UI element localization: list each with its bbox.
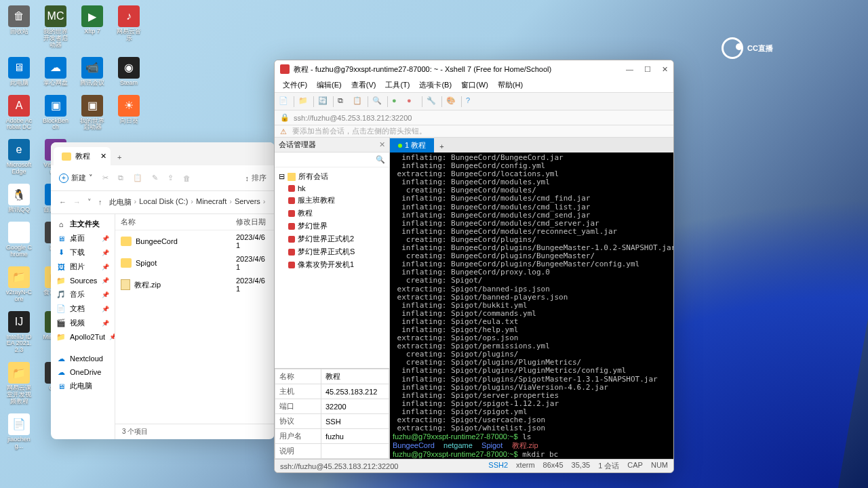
session-item[interactable]: 梦幻世界正式机S bbox=[276, 245, 388, 258]
desktop-icon[interactable]: 📁网易云课堂开发视频教程 bbox=[5, 362, 33, 405]
desktop-icon[interactable]: IJIntelliJ IDEA 2021.2.3 bbox=[5, 311, 33, 354]
help-icon[interactable]: ? bbox=[466, 96, 477, 107]
menu-item[interactable]: 选项卡(B) bbox=[415, 79, 456, 92]
desktop-icon[interactable]: AAdobe Acrobat DC bbox=[5, 95, 33, 131]
forward-button[interactable]: → bbox=[72, 197, 82, 208]
terminal-tab[interactable]: 1 教程 bbox=[390, 138, 434, 152]
desktop-icon[interactable]: 📹腾讯会议 bbox=[79, 57, 106, 87]
paste-icon[interactable]: 📋 bbox=[353, 96, 363, 107]
sidebar-item[interactable]: 🎬视频📌 bbox=[52, 316, 113, 330]
sidebar-item[interactable]: ☁OneDrive bbox=[52, 365, 113, 379]
desktop-icon[interactable]: ▣BlockBench bbox=[42, 95, 69, 131]
find-icon[interactable]: 🔍 bbox=[372, 96, 383, 107]
open-icon[interactable]: 📁 bbox=[298, 96, 309, 107]
reconnect-icon[interactable]: 🔄 bbox=[318, 96, 329, 107]
sidebar-item[interactable]: 📁Apollo2Tut📌 bbox=[52, 330, 113, 344]
paste-icon[interactable]: 📋 bbox=[133, 174, 142, 182]
session-item[interactable]: 梦幻世界 bbox=[276, 220, 388, 232]
color-icon[interactable]: 🎨 bbox=[446, 96, 457, 107]
delete-icon[interactable]: 🗑 bbox=[183, 174, 191, 182]
back-button[interactable]: ← bbox=[58, 197, 68, 208]
desktop-icon[interactable]: 🖥此电脑 bbox=[5, 57, 33, 87]
session-search[interactable]: 🔍 bbox=[275, 152, 389, 167]
desktop-icon[interactable]: 🐧腾讯QQ bbox=[5, 184, 33, 214]
panel-close-icon[interactable]: ✕ bbox=[379, 140, 385, 149]
col-date[interactable]: 修改日期 bbox=[236, 217, 266, 227]
copy-icon[interactable]: ⧉ bbox=[338, 96, 349, 107]
terminal[interactable]: inflating: BungeeCord/BungeeCord.jar inf… bbox=[390, 152, 673, 459]
menu-item[interactable]: 帮助(H) bbox=[494, 79, 527, 92]
sidebar-item[interactable]: 🖥此电脑 bbox=[52, 379, 113, 393]
minimize-button[interactable]: — bbox=[626, 65, 633, 74]
file-row[interactable]: Spigot2023/4/6 1 bbox=[115, 252, 275, 274]
folder-icon bbox=[62, 152, 71, 161]
sidebar-item[interactable]: 🎵音乐📌 bbox=[52, 287, 113, 302]
session-item[interactable]: 服主班教程 bbox=[276, 194, 388, 207]
explorer-tab[interactable]: 教程 ✕ bbox=[54, 147, 111, 165]
sidebar-item[interactable]: 🖥桌面📌 bbox=[52, 231, 113, 245]
disconnect-icon[interactable]: ● bbox=[407, 96, 418, 107]
prop-value bbox=[321, 444, 389, 459]
sidebar-item[interactable]: ☁Nextcloud bbox=[52, 352, 113, 365]
desktop-icon[interactable]: ☁掌心网盘 bbox=[42, 57, 69, 87]
desktop-icon[interactable]: ◉Steam bbox=[115, 57, 142, 87]
status-segment: CAP bbox=[627, 461, 643, 471]
menu-item[interactable]: 查看(V) bbox=[347, 79, 380, 92]
breadcrumb-item[interactable]: Servers bbox=[235, 197, 260, 207]
sidebar-item[interactable]: 📁Sources📌 bbox=[52, 274, 113, 287]
file-row[interactable]: BungeeCord2023/4/6 1 bbox=[115, 230, 275, 252]
session-item[interactable]: 教程 bbox=[276, 207, 388, 220]
sidebar-item[interactable]: ⬇下载📌 bbox=[52, 245, 113, 260]
properties-icon[interactable]: 🔧 bbox=[427, 96, 437, 107]
desktop-icon[interactable]: ◉Google Chrome bbox=[5, 222, 33, 258]
sidebar-item[interactable]: 📄文档📌 bbox=[52, 302, 113, 316]
menu-item[interactable]: 窗口(W) bbox=[457, 79, 492, 92]
column-headers[interactable]: 名称 修改日期 bbox=[115, 214, 275, 230]
titlebar[interactable]: 教程 - fuzhu@g79xxspt-runtime27-87000: ~ -… bbox=[275, 60, 673, 78]
desktop-icon[interactable]: 📁v2rayN-Core bbox=[5, 266, 33, 303]
breadcrumb-item[interactable]: 此电脑 bbox=[109, 197, 132, 207]
menu-item[interactable]: 编辑(E) bbox=[313, 79, 346, 92]
copy-icon[interactable]: ⧉ bbox=[118, 174, 123, 182]
up-button[interactable]: ˅ bbox=[86, 197, 93, 208]
session-item[interactable]: hk bbox=[276, 183, 388, 194]
desktop-icon[interactable]: eMicrosoft Edge bbox=[5, 139, 33, 176]
rename-icon[interactable]: ✎ bbox=[152, 174, 158, 182]
maximize-button[interactable]: ☐ bbox=[644, 65, 651, 74]
desktop-icon[interactable]: ♪网易云音乐 bbox=[115, 5, 142, 49]
menu-item[interactable]: 工具(T) bbox=[381, 79, 414, 92]
sort-button[interactable]: ↕ 排序 bbox=[245, 173, 267, 183]
desktop-icon[interactable]: ☀向日葵 bbox=[115, 95, 142, 131]
desktop-icon[interactable]: MC我的世界开发者启动器 bbox=[42, 5, 69, 49]
session-item[interactable]: 像素攻势开发机1 bbox=[276, 258, 388, 271]
new-session-icon[interactable]: 📄 bbox=[279, 96, 290, 107]
property-row: 主机45.253.183.212 bbox=[275, 384, 389, 399]
desktop-icon[interactable]: ▶Xftp 7 bbox=[79, 5, 106, 49]
sidebar-item[interactable]: 🖼图片📌 bbox=[52, 260, 113, 274]
share-icon[interactable]: ⇪ bbox=[167, 174, 174, 182]
app-icon: e bbox=[8, 139, 30, 161]
menu-item[interactable]: 文件(F) bbox=[279, 79, 311, 92]
col-name[interactable]: 名称 bbox=[121, 217, 236, 227]
sidebar-icon: 🎬 bbox=[56, 319, 66, 328]
address-bar[interactable]: 🔒 ssh://fuzhu@45.253.183.212:32200 bbox=[275, 110, 673, 125]
new-tab-button[interactable]: + bbox=[111, 149, 128, 165]
new-button[interactable]: + 新建 ˅ bbox=[59, 173, 93, 183]
desktop-icon[interactable]: 📄jiaocheng... bbox=[5, 413, 33, 450]
close-icon[interactable]: ✕ bbox=[100, 152, 106, 161]
up-button[interactable]: ↑ bbox=[97, 197, 104, 208]
breadcrumb-item[interactable]: Local Disk (C:) bbox=[139, 197, 188, 207]
tree-root[interactable]: ⊟ 所有会话 bbox=[276, 170, 388, 183]
close-button[interactable]: ✕ bbox=[662, 65, 668, 74]
breadcrumb[interactable]: 此电脑›Local Disk (C:)›Minecraft›Servers› bbox=[109, 197, 266, 207]
breadcrumb-item[interactable]: Minecraft bbox=[196, 197, 226, 207]
session-item[interactable]: 梦幻世界正式机2 bbox=[276, 232, 388, 245]
cut-icon[interactable]: ✂ bbox=[102, 174, 108, 182]
sidebar-home[interactable]: ⌂ 主文件夹 bbox=[52, 217, 113, 231]
connect-icon[interactable]: ● bbox=[392, 96, 403, 107]
collapse-icon[interactable]: ⊟ bbox=[279, 172, 285, 181]
desktop-icon[interactable]: 🗑回收站 bbox=[5, 5, 33, 49]
new-terminal-tab[interactable]: + bbox=[434, 140, 449, 152]
desktop-icon[interactable]: ▣我的世界启动器 bbox=[79, 95, 106, 131]
file-row[interactable]: 教程.zip2023/4/6 1 bbox=[115, 274, 275, 296]
